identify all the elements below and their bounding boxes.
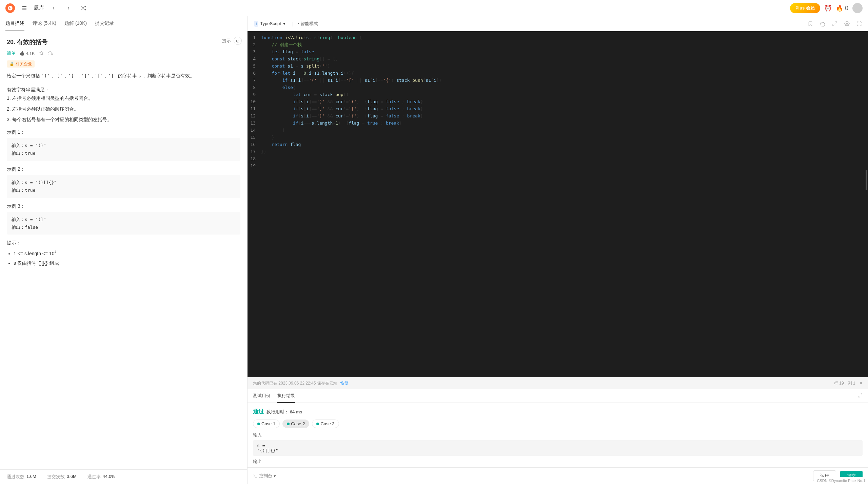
hint-link[interactable]: 提示 — [222, 38, 231, 44]
difficulty-badge[interactable]: 简单 — [7, 50, 16, 56]
line-content-11: if(s[i]==']' && cur!='[') {flag = false … — [261, 105, 868, 112]
save-right: 行 19，列 1 × — [834, 380, 863, 386]
line-content-2: // 创建一个栈 — [261, 41, 868, 48]
code-line-13: 13 if(i===s.length-1) {flag = true ; bre… — [248, 119, 868, 127]
line-number-16: 16 — [248, 141, 261, 148]
problem-meta: 简单 4.1K — [7, 50, 240, 56]
restore-link[interactable]: 恢复 — [340, 381, 349, 386]
settings-icon[interactable] — [842, 19, 852, 29]
code-line-11: 11 if(s[i]==']' && cur!='[') {flag = fal… — [248, 105, 868, 112]
smiley-icon[interactable]: ☺ — [234, 37, 242, 45]
list-icon[interactable] — [19, 3, 30, 14]
hints-list: 1 <= s.length <= 104 s 仅由括号 '()[]{}' 组成 — [7, 249, 240, 268]
submit-count-value: 3.6M — [67, 474, 77, 480]
line-content-12: if(s[i]=='}' && cur!='{') {flag = false … — [261, 112, 868, 119]
example-1-title: 示例 1： — [7, 129, 240, 135]
code-line-17: 17}; — [248, 148, 868, 155]
hint-area: 提示 ☺ — [222, 37, 242, 45]
problem-title: 20. 有效的括号 — [7, 38, 240, 46]
right-panel: i TypeScript ▾ | • 智能模式 — [248, 16, 868, 484]
example-1-box: 输入：s = "()" 输出：true — [7, 138, 240, 161]
nav-right-icons: ⏰ 🔥 0 — [824, 3, 863, 13]
pass-rate-stat: 通过率 44.0% — [87, 474, 115, 480]
case-tab-2[interactable]: Case 2 — [282, 420, 309, 428]
tab-solutions[interactable]: 题解 (10K) — [64, 16, 87, 31]
breadcrumb-label: 题库 — [34, 5, 44, 11]
problem-content: 提示 ☺ 20. 有效的括号 简单 4.1K 相关企 — [0, 31, 247, 469]
user-avatar[interactable] — [852, 3, 863, 13]
code-line-9: 9 let cur = stack.pop() — [248, 91, 868, 98]
bookmark-icon[interactable] — [806, 19, 815, 29]
code-line-15: 15 } — [248, 134, 868, 141]
code-line-4: 4 const stack:string[] = [] — [248, 55, 868, 62]
likes-icon[interactable]: 4.1K — [20, 51, 35, 56]
fullscreen-icon[interactable] — [854, 19, 864, 29]
tab-test-case[interactable]: 测试用例 — [253, 389, 271, 403]
code-line-5: 5 const s1 = s.split('') — [248, 62, 868, 70]
line-content-1: function isValid(s: string): boolean { — [261, 34, 868, 41]
line-number-2: 2 — [248, 41, 261, 48]
line-number-9: 9 — [248, 91, 261, 98]
logo-icon[interactable] — [5, 3, 15, 13]
refresh-icon[interactable] — [48, 51, 53, 56]
case-tab-3[interactable]: Case 3 — [312, 420, 339, 428]
case-2-label: Case 2 — [291, 421, 305, 426]
timer-icon[interactable]: ⏰ — [824, 4, 832, 12]
close-save-button[interactable]: × — [860, 380, 863, 386]
example-2: 示例 2： 输入：s = "()[]{}" 输出：true — [7, 166, 240, 198]
console-button[interactable]: 控制台 ▾ — [253, 473, 276, 479]
tab-submissions[interactable]: 提交记录 — [95, 16, 114, 31]
code-line-3: 3 let flag = false — [248, 48, 868, 55]
star-icon[interactable] — [39, 51, 44, 56]
ai-mode-toggle[interactable]: • 智能模式 — [297, 21, 318, 27]
test-tab-bar: 测试用例 执行结果 — [248, 389, 868, 403]
pass-count-stat: 通过次数 1.6M — [7, 474, 36, 480]
line-content-9: let cur = stack.pop() — [261, 91, 868, 98]
undo-icon[interactable] — [818, 19, 827, 29]
code-line-7: 7 if(s1[i]=='(' || s1[i]=='[' || s1[i]==… — [248, 77, 868, 84]
forward-button[interactable]: › — [63, 3, 74, 14]
line-content-16: return flag — [261, 141, 868, 148]
fire-icon[interactable]: 🔥 0 — [836, 4, 848, 12]
back-button[interactable]: ‹ — [48, 3, 59, 14]
line-content-14: } — [261, 127, 868, 134]
line-number-17: 17 — [248, 148, 261, 155]
line-number-1: 1 — [248, 34, 261, 41]
line-content-3: let flag = false — [261, 48, 868, 55]
example-3-input: 输入：s = "(]" — [12, 216, 236, 223]
company-tag[interactable]: 相关企业 — [7, 60, 35, 68]
example-1: 示例 1： 输入：s = "()" 输出：true — [7, 129, 240, 161]
line-content-7: if(s1[i]=='(' || s1[i]=='[' || s1[i]=='{… — [261, 77, 868, 84]
expand-panel-icon[interactable] — [858, 393, 863, 399]
example-2-output: 输出：true — [12, 186, 236, 194]
tab-comments[interactable]: 评论 (5.4K) — [33, 16, 56, 31]
input-var: s = — [257, 443, 859, 448]
tag-area: 相关企业 — [7, 60, 240, 68]
hints-title: 提示： — [7, 240, 240, 246]
shuffle-button[interactable] — [78, 3, 89, 14]
tab-execution-result[interactable]: 执行结果 — [277, 389, 295, 403]
line-number-3: 3 — [248, 48, 261, 55]
input-string: "()[]{}" — [257, 448, 859, 453]
case-1-dot — [257, 423, 260, 425]
line-number-14: 14 — [248, 127, 261, 134]
example-3: 示例 3： 输入：s = "(]" 输出：false — [7, 203, 240, 235]
case-tab-1[interactable]: Case 1 — [253, 420, 280, 428]
code-editor[interactable]: 1function isValid(s: string): boolean {2… — [248, 31, 868, 377]
left-panel: 题目描述 评论 (5.4K) 题解 (10K) 提交记录 提示 ☺ 20. 有效… — [0, 16, 248, 484]
pass-count-label: 通过次数 — [7, 474, 24, 480]
editor-header: i TypeScript ▾ | • 智能模式 — [248, 16, 868, 31]
expand-icon[interactable] — [830, 19, 840, 29]
submit-count-stat: 提交次数 3.6M — [47, 474, 77, 480]
line-number-15: 15 — [248, 134, 261, 141]
language-selector[interactable]: i TypeScript ▾ — [252, 19, 288, 28]
divider: | — [292, 21, 294, 26]
problem-description: 给定一个只包括 '('，')'，'{'，'}'，'['，']' 的字符串 s ，… — [7, 72, 240, 80]
line-number-6: 6 — [248, 70, 261, 77]
plus-member-button[interactable]: Plus 会员 — [790, 3, 820, 13]
line-content-15: } — [261, 134, 868, 141]
case-3-label: Case 3 — [320, 421, 334, 426]
editor-scrollbar — [866, 170, 867, 190]
hints-section: 提示： 1 <= s.length <= 104 s 仅由括号 '()[]{}'… — [7, 240, 240, 268]
tab-description[interactable]: 题目描述 — [5, 16, 24, 31]
